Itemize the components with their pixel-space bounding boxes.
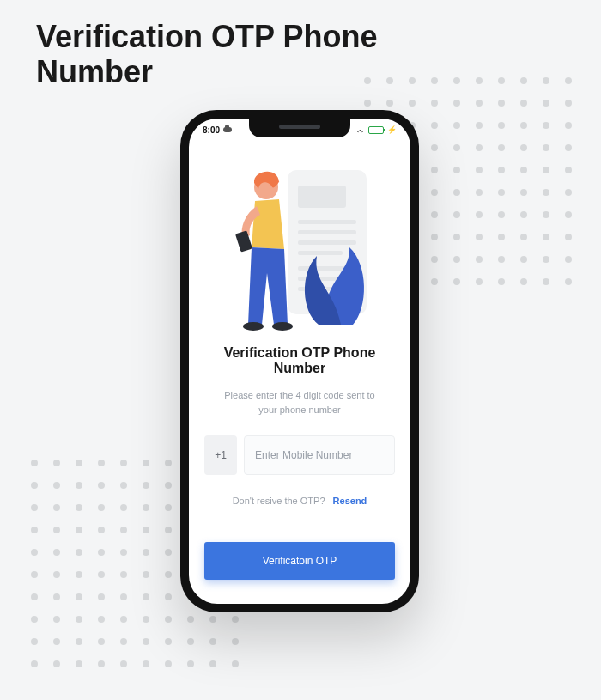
svg-rect-5 (298, 251, 343, 255)
resend-row: Don't resive the OTP? Resend (189, 496, 410, 506)
svg-rect-1 (298, 186, 346, 208)
phone-input-row: +1 (204, 435, 395, 475)
phone-frame: 8:00 ⚡ (180, 110, 419, 612)
svg-rect-4 (298, 240, 356, 245)
illustration (189, 144, 410, 333)
svg-point-11 (243, 322, 264, 331)
resend-link[interactable]: Resend (333, 496, 367, 506)
svg-rect-3 (298, 230, 356, 234)
cloud-icon (223, 127, 232, 132)
phone-screen: 8:00 ⚡ (189, 119, 410, 604)
screen-subtitle: Please enter the 4 digit code sent to yo… (189, 388, 410, 417)
resend-prompt: Don't resive the OTP? (233, 496, 325, 506)
screen-title: Verification OTP Phone Number (189, 345, 410, 376)
svg-rect-2 (298, 220, 356, 224)
svg-rect-10 (235, 230, 252, 252)
wifi-icon (355, 126, 365, 134)
verify-button[interactable]: Verificatoin OTP (204, 542, 395, 580)
country-code-box[interactable]: +1 (204, 435, 237, 475)
phone-notch (249, 119, 350, 137)
phone-number-input[interactable] (244, 435, 395, 475)
charging-icon: ⚡ (387, 125, 397, 134)
svg-point-12 (272, 322, 293, 331)
battery-icon (368, 126, 384, 134)
status-time: 8:00 (203, 125, 220, 135)
